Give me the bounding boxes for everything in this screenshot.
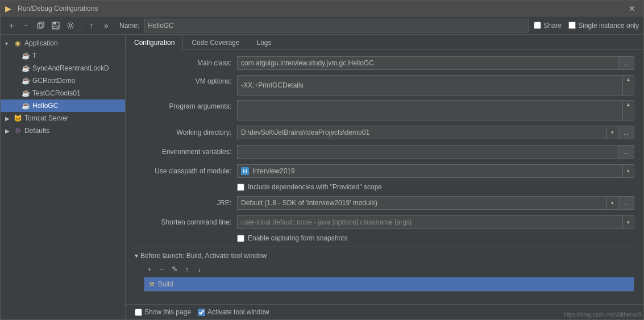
before-launch-edit-button[interactable]: ✎: [169, 263, 180, 275]
before-launch-header-label: Before launch: Build, Activate tool wind…: [140, 252, 267, 260]
more-button[interactable]: »: [100, 19, 113, 32]
tab-logs[interactable]: Logs: [248, 35, 280, 50]
main-class-browse-button[interactable]: ...: [618, 56, 634, 70]
working-directory-browse-button[interactable]: ...: [618, 126, 634, 139]
run-debug-configurations-window: ▶ Run/Debug Configurations ✕ + − ↑ » Nam…: [0, 0, 644, 320]
class-icon-sync: ☕: [21, 64, 30, 73]
working-directory-input-group: ▾ ...: [237, 126, 634, 139]
defaults-icon: ⚙: [13, 126, 22, 135]
close-button[interactable]: ✕: [625, 3, 639, 14]
toolbar-separator: [81, 20, 81, 31]
show-page-checkbox[interactable]: [135, 309, 142, 316]
sidebar-item-application[interactable]: ▾ ◉ Application: [1, 37, 125, 49]
include-deps-row: Include dependencies with "Provided" sco…: [135, 183, 634, 191]
gcrootdemo-label: GCRootDemo: [32, 77, 75, 85]
build-icon: ⚒: [149, 281, 155, 288]
shorten-cmd-dropdown-arrow[interactable]: ▾: [623, 215, 634, 229]
sidebar-item-sync[interactable]: ☕ SyncAndReentrantLockD: [1, 62, 125, 74]
environment-variables-browse-button[interactable]: ...: [618, 145, 634, 159]
main-class-input-group: ...: [237, 56, 634, 70]
name-input[interactable]: [144, 19, 529, 32]
window-icon: ▶: [5, 4, 14, 13]
before-launch-item-build[interactable]: ⚒ Build: [144, 277, 634, 291]
before-launch-remove-button[interactable]: −: [156, 263, 168, 275]
activate-tool-checkbox[interactable]: [198, 309, 205, 316]
vm-options-input[interactable]: [237, 75, 623, 95]
application-label: Application: [24, 39, 58, 47]
class-icon-gcrootdemo: ☕: [21, 76, 30, 85]
use-classpath-row: Use classpath of module: M Interview2019…: [135, 164, 634, 178]
before-launch-toolbar: + − ✎ ↑ ↓: [135, 263, 634, 275]
titlebar: ▶ Run/Debug Configurations ✕: [1, 1, 643, 16]
shorten-cmd-row: Shorten command line: ▾: [135, 215, 634, 230]
app-icon: ◉: [13, 39, 22, 48]
program-arguments-input-group: ▲: [237, 100, 634, 120]
single-instance-checkbox-label[interactable]: Single instance only: [568, 22, 639, 30]
save-button[interactable]: [49, 19, 62, 32]
working-directory-row: Working directory: ▾ ...: [135, 125, 634, 140]
svg-rect-1: [39, 22, 44, 27]
single-instance-checkbox[interactable]: [568, 22, 576, 29]
tab-configuration[interactable]: Configuration: [126, 35, 183, 50]
program-arguments-expand-button[interactable]: ▲: [623, 100, 634, 120]
svg-rect-3: [53, 22, 56, 24]
sidebar-item-testgcroots01[interactable]: ☕ TestGCRoots01: [1, 87, 125, 99]
show-page-checkbox-label[interactable]: Show this page: [135, 308, 191, 316]
vm-options-input-group: ▲: [237, 75, 634, 95]
show-page-label: Show this page: [144, 308, 191, 316]
jre-browse-button[interactable]: ...: [618, 196, 634, 210]
include-deps-label[interactable]: Include dependencies with "Provided" sco…: [248, 183, 382, 191]
before-launch-up-button[interactable]: ↑: [181, 263, 193, 275]
vm-options-expand-button[interactable]: ▲: [623, 75, 634, 95]
class-icon-t: ☕: [21, 51, 30, 60]
sidebar-item-gcrootdemo[interactable]: ☕ GCRootDemo: [1, 74, 125, 87]
activate-tool-checkbox-label[interactable]: Activate tool window: [198, 308, 269, 316]
name-label: Name:: [119, 22, 139, 30]
main-toolbar: + − ↑ » Name: Share Single insta: [1, 16, 643, 35]
use-classpath-value: Interview2019: [252, 167, 295, 175]
jre-input[interactable]: [237, 196, 607, 210]
jre-dropdown-arrow[interactable]: ▾: [607, 196, 618, 210]
working-directory-dropdown-arrow[interactable]: ▾: [607, 126, 618, 139]
config-panel: Main class: ... VM options: ▲: [126, 50, 643, 304]
program-arguments-label: Program arguments:: [135, 100, 237, 110]
main-class-input[interactable]: [237, 56, 618, 70]
build-label: Build: [158, 280, 173, 288]
before-launch-add-button[interactable]: +: [144, 263, 155, 275]
sidebar-item-t[interactable]: ☕ T: [1, 49, 125, 62]
main-content: ▾ ◉ Application ☕ T ☕ SyncAndReentrantLo…: [1, 35, 643, 319]
add-button[interactable]: +: [5, 19, 18, 32]
tab-code-coverage[interactable]: Code Coverage: [183, 35, 248, 50]
share-checkbox[interactable]: [534, 22, 541, 29]
environment-variables-input[interactable]: [237, 145, 618, 159]
arrow-tomcat: ▶: [5, 115, 13, 122]
sidebar-item-tomcat-server[interactable]: ▶ 🐱 Tomcat Server: [1, 112, 125, 124]
use-classpath-select-group: M Interview2019 ▾: [237, 164, 634, 178]
include-deps-checkbox[interactable]: [237, 184, 244, 191]
before-launch-header[interactable]: ▾ Before launch: Build, Activate tool wi…: [135, 252, 634, 260]
main-class-label: Main class:: [135, 59, 237, 67]
sidebar-item-hellogc[interactable]: ☕ HelloGC: [1, 99, 125, 112]
classpath-dropdown-arrow[interactable]: ▾: [623, 164, 634, 178]
copy-button[interactable]: [35, 19, 47, 32]
enable-snapshots-label[interactable]: Enable capturing form snapshots: [248, 234, 347, 242]
share-checkbox-label[interactable]: Share: [534, 22, 562, 30]
up-button[interactable]: ↑: [85, 19, 98, 32]
before-launch-down-button[interactable]: ↓: [194, 263, 205, 275]
shorten-cmd-label: Shorten command line:: [135, 218, 237, 226]
class-icon-testgcroots01: ☕: [21, 89, 30, 98]
working-directory-input[interactable]: [237, 126, 607, 139]
activate-tool-label: Activate tool window: [207, 308, 269, 316]
remove-button[interactable]: −: [20, 19, 32, 32]
working-directory-label: Working directory:: [135, 128, 237, 136]
shorten-cmd-input[interactable]: [237, 215, 623, 229]
module-icon: M: [241, 167, 249, 175]
program-arguments-row: Program arguments: ▲: [135, 100, 634, 120]
sidebar-item-defaults[interactable]: ▶ ⚙ Defaults: [1, 124, 125, 137]
program-arguments-input[interactable]: [237, 100, 623, 120]
environment-variables-row: Environment variables: ...: [135, 144, 634, 159]
settings-button[interactable]: [64, 19, 77, 32]
enable-snapshots-checkbox[interactable]: [237, 235, 244, 242]
share-options: Share Single instance only: [534, 22, 639, 30]
sync-label: SyncAndReentrantLockD: [32, 64, 109, 72]
